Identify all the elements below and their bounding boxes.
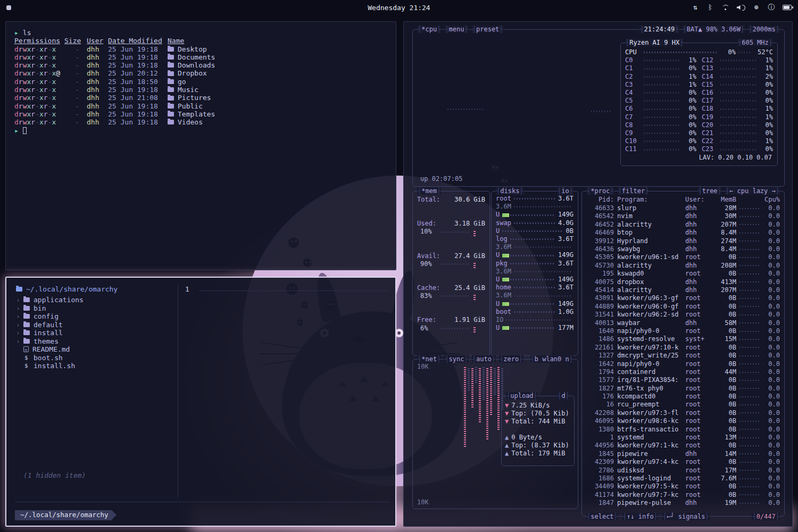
file-type-icon [23, 297, 30, 302]
process-row[interactable]: 45730 alacritty dhh 208M 0.0 [586, 262, 780, 270]
wifi-icon[interactable] [721, 4, 729, 11]
desktop: Wednesday 21:24 ⇅ ᛒ ⊕ ⓘ ls Perm [0, 0, 798, 532]
net-stats-titlebar: upload d [506, 392, 570, 400]
sync-icon[interactable]: ⇅ [692, 4, 699, 11]
process-row[interactable]: 46633 slurp dhh 28M 0.0 [586, 204, 780, 212]
process-row[interactable]: 45414 alacritty dhh 207M 0.0 [586, 286, 780, 294]
file-tree: › applications › bin › config › [16, 296, 84, 370]
current-path: ~/.local/share/omarchy [16, 285, 118, 293]
file-size: - [64, 53, 79, 61]
net-interface[interactable]: b wlan0 n [530, 355, 574, 363]
process-row[interactable]: 46469 btop dhh 8.4M 0.0 [586, 229, 780, 237]
filter-button[interactable]: filter [618, 187, 650, 195]
process-row[interactable]: 1642 napi/phy0-0 root 0B 0.0 [586, 360, 780, 368]
process-row[interactable]: 1640 napi/phy0-0 root 0B 0.0 [586, 327, 780, 335]
battery-icon[interactable] [783, 5, 792, 10]
cpu-graph-trace [591, 111, 612, 112]
file-tree-item[interactable]: › install [16, 329, 84, 337]
process-row[interactable]: 16 rcu_preempt root 0B 0.0 [586, 401, 780, 409]
process-row[interactable]: 195 kswapd0 root 0B 0.0 [586, 270, 780, 278]
mem-graph [473, 327, 476, 332]
cpu-usage-meter [739, 298, 760, 299]
process-row[interactable]: 42208 kworker/u97:3-fl root 0B 0.0 [586, 409, 780, 417]
process-row[interactable]: 1380 btrfs-transactio root 0B 0.0 [586, 426, 780, 434]
process-row[interactable]: 46452 alacritty dhh 207M 0.0 [586, 221, 780, 229]
network-box: *net sync auto zero b wlan0 n 10K 10K [412, 359, 578, 509]
process-row[interactable]: 46436 swaybg dhh 8.4M 0.0 [586, 245, 780, 253]
info-icon[interactable]: ⓘ [768, 4, 775, 11]
sort-selector[interactable]: ← cpu lazy → [725, 187, 780, 195]
process-row[interactable]: 46542 nvim dhh 30M 0.0 [586, 212, 780, 220]
file-tree-item[interactable]: › default [16, 321, 84, 329]
process-row[interactable]: 1794 containerd root 44M 0.0 [586, 368, 780, 376]
menu-button[interactable]: menu [444, 26, 468, 33]
info-button[interactable]: ↑↓ info [622, 513, 658, 520]
volume-icon[interactable] [737, 4, 745, 11]
terminal-cursor[interactable] [23, 127, 27, 134]
file-permissions: drwxr-xr-x [14, 78, 64, 86]
process-row[interactable]: 22161 kworker/u97:10-k root 0B 0.0 [586, 344, 780, 352]
file-permissions: drwxr-xr-x [14, 86, 64, 94]
process-row[interactable]: 1327 dmcrypt_write/25 root 0B 0.0 [586, 352, 780, 360]
process-row[interactable]: 1847 pipewire-pulse dhh 19M 0.0 [586, 499, 780, 507]
network-icon[interactable]: ⊕ [753, 4, 760, 11]
file-tree-item[interactable]: README.md [16, 345, 84, 354]
core-row: C14 2% [702, 73, 773, 81]
command-text: ls [23, 29, 31, 37]
process-row[interactable]: 46095 kworker/u98:6-kc root 0B 0.0 [586, 417, 780, 425]
download-stats: ▼ 7.25 KiB/s ▼ Top: (70.5 Kib) ▼ Total: … [505, 402, 571, 426]
down-arrow-icon: ▼ [505, 418, 509, 426]
file-tree-item-label: boot.sh [34, 354, 63, 362]
process-row[interactable]: 1486 systemd-resolve syst+ 15M 0.0 [586, 335, 780, 343]
file-user: dhh [87, 86, 108, 94]
process-row[interactable]: 42309 kworker/u97:4-kc root 0B 0.0 [586, 458, 780, 466]
mem-stat: Used:3.18 GiB 10% [417, 220, 485, 236]
disk-entries: root3.6T 3.6M U149G swap4.0G U0B log3.6T… [496, 195, 573, 332]
process-row[interactable]: 41174 kworker/u97:7-kc root 0B 0.0 [586, 491, 780, 499]
select-button[interactable]: select [586, 513, 618, 520]
cpu-usage-meter [739, 257, 760, 258]
ls-output: drwxr-xr-x - dhh 25 Jun 19:18 Desktop dr… [14, 45, 396, 127]
net-d-key[interactable]: d [557, 392, 570, 400]
tree-button[interactable]: tree [697, 187, 721, 195]
process-row[interactable]: 1827 mt76-tx phy0 root 0B 0.0 [586, 385, 780, 393]
core-row: C23 0% [702, 145, 773, 153]
process-row[interactable]: 39912 Hyprland dhh 274M 0.0 [586, 237, 780, 245]
bluetooth-icon[interactable]: ᛒ [706, 4, 714, 11]
file-tree-item[interactable]: boot.sh [16, 354, 84, 362]
process-row[interactable]: 176 kcompactd0 root 0B 0.0 [586, 393, 780, 401]
file-tree-item[interactable]: › themes [16, 337, 84, 346]
process-row[interactable]: 40013 waybar dhh 58M 0.0 [586, 319, 780, 327]
process-row[interactable]: 1845 pipewire dhh 14M 0.0 [586, 450, 780, 458]
cpu-temperature: 52°C [753, 48, 773, 56]
cpu-usage-meter [739, 363, 760, 364]
process-row[interactable]: 43091 kworker/u96:3-gf root 0B 0.0 [586, 294, 780, 302]
file-tree-item[interactable]: › bin [16, 304, 84, 313]
file-permissions: drwxr-xr-x [14, 94, 64, 102]
process-row[interactable]: 31541 kworker/u96:2-sd root 0B 0.0 [586, 311, 780, 319]
process-row[interactable]: 1577 irq/81-PIXA3854: root 0B 0.0 [586, 376, 780, 384]
process-row[interactable]: 44956 kworker/u97:1-kc root 0B 0.0 [586, 442, 780, 450]
preset-button[interactable]: preset [472, 26, 504, 33]
process-row[interactable]: 2786 udisksd root 17M 0.0 [586, 467, 780, 475]
io-mode-button[interactable]: io [557, 187, 573, 195]
process-row[interactable]: 1686 systemd-logind root 7.6M 0.0 [586, 475, 780, 483]
pane-divider [178, 284, 178, 498]
file-tree-item[interactable]: › config [16, 312, 84, 321]
file-tree-item[interactable]: install.sh [16, 362, 84, 370]
net-sync-button[interactable]: sync [444, 355, 468, 363]
refresh-interval[interactable]: 2000ms [748, 26, 780, 33]
file-tree-item-label: install.sh [34, 362, 75, 370]
net-auto-button[interactable]: auto [472, 355, 496, 363]
process-row[interactable]: 44889 kworker/u96:0-gf root 0B 0.0 [586, 303, 780, 311]
file-name: Dropbox [168, 69, 396, 77]
file-tree-item[interactable]: › applications [16, 296, 84, 304]
cpu-usage-meter [739, 281, 760, 282]
net-zero-button[interactable]: zero [499, 355, 523, 363]
process-row[interactable]: 1 systemd root 13M 0.0 [586, 434, 780, 442]
signals-button[interactable]: ←┘ signals [662, 513, 710, 520]
process-row[interactable]: 34409 kworker/u97:5-kc root 0B 0.0 [586, 483, 780, 491]
file-user: dhh [87, 61, 108, 69]
process-row[interactable]: 40075 dropbox dhh 413M 0.0 [586, 278, 780, 286]
process-row[interactable]: 45305 kworker/u96:1-sd root 0B 0.0 [586, 253, 780, 261]
